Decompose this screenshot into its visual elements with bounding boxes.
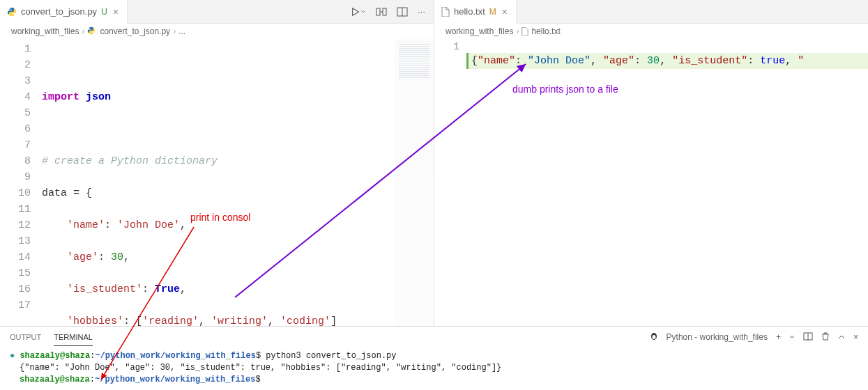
breadcrumb-segment[interactable]: ... bbox=[178, 26, 185, 36]
tab-filename: hello.txt bbox=[454, 6, 485, 17]
left-breadcrumbs[interactable]: working_with_files › convert_to_json.py … bbox=[0, 24, 434, 39]
tab-hello-txt[interactable]: hello.txt M × bbox=[434, 0, 517, 24]
terminal-line: ● shazaaly@shaza:~/python_work/working_w… bbox=[10, 350, 858, 362]
code-content[interactable]: import json # create a Python dictionary… bbox=[42, 39, 434, 326]
left-tabs: convert_to_json.py U × ··· bbox=[0, 0, 434, 24]
tab-terminal[interactable]: TERMINAL bbox=[54, 329, 93, 346]
line-number: 3 bbox=[0, 73, 31, 89]
line-number: 12 bbox=[0, 217, 31, 233]
breadcrumb-segment[interactable]: hello.txt bbox=[531, 26, 560, 36]
terminal-line: shazaaly@shaza:~/python_work/working_wit… bbox=[10, 374, 858, 386]
minimap[interactable] bbox=[395, 39, 434, 326]
code-line[interactable]: # create a Python dictionary bbox=[42, 153, 434, 169]
tab-filename: convert_to_json.py bbox=[21, 6, 97, 17]
code-line[interactable]: 'age': 30, bbox=[42, 249, 434, 265]
breadcrumb-segment[interactable]: working_with_files bbox=[446, 26, 513, 36]
chevron-up-icon[interactable] bbox=[838, 332, 845, 342]
terminal-toolbar: Python - working_with_files + × bbox=[650, 332, 858, 343]
svg-point-0 bbox=[10, 8, 10, 9]
code-editor[interactable]: 1 2 3 4 5 6 7 8 9 10 11 12 13 14 15 16 1… bbox=[0, 39, 434, 326]
line-number: 4 bbox=[0, 89, 31, 105]
right-breadcrumbs[interactable]: working_with_files › hello.txt bbox=[434, 24, 868, 39]
line-number: 5 bbox=[0, 105, 31, 121]
line-number: 17 bbox=[0, 297, 31, 313]
breadcrumb-segment[interactable]: working_with_files bbox=[11, 26, 79, 36]
terminal-profile-label[interactable]: Python - working_with_files bbox=[667, 332, 768, 342]
terminal-body[interactable]: ● shazaaly@shaza:~/python_work/working_w… bbox=[0, 348, 868, 390]
file-icon bbox=[521, 27, 528, 36]
code-line[interactable]: 'hobbies': ['reading', 'writing', 'codin… bbox=[42, 313, 434, 326]
split-terminal-icon[interactable] bbox=[803, 332, 813, 343]
close-icon[interactable]: × bbox=[501, 6, 509, 17]
tab-badge-untracked: U bbox=[101, 7, 107, 17]
line-number: 9 bbox=[0, 169, 31, 185]
code-line[interactable] bbox=[42, 121, 434, 137]
file-icon bbox=[441, 7, 450, 17]
breadcrumb-segment[interactable]: convert_to_json.py bbox=[100, 26, 170, 36]
chevron-right-icon: › bbox=[82, 26, 84, 36]
line-number: 10 bbox=[0, 185, 31, 201]
svg-point-9 bbox=[652, 335, 655, 339]
line-number: 14 bbox=[0, 249, 31, 265]
split-icon[interactable] bbox=[397, 6, 408, 17]
python-icon bbox=[7, 7, 17, 17]
python-icon bbox=[87, 26, 97, 36]
right-editor[interactable]: 1 {"name": "John Doe", "age": 30, "is_st… bbox=[434, 39, 868, 81]
penguin-icon bbox=[650, 332, 658, 343]
editor-actions: ··· bbox=[342, 6, 434, 17]
left-editor-pane: convert_to_json.py U × ··· working_with_… bbox=[0, 0, 434, 326]
svg-rect-2 bbox=[376, 8, 380, 15]
close-icon[interactable]: × bbox=[112, 6, 120, 17]
code-line[interactable]: {"name": "John Doe", "age": 30, "is_stud… bbox=[466, 53, 868, 69]
terminal-tabs: OUTPUT TERMINAL Python - working_with_fi… bbox=[0, 327, 868, 348]
line-number: 6 bbox=[0, 121, 31, 137]
code-line[interactable]: data = { bbox=[42, 185, 434, 201]
terminal-line: {"name": "John Doe", "age": 30, "is_stud… bbox=[10, 362, 858, 374]
chevron-right-icon: › bbox=[173, 26, 176, 36]
annotation-file: dumb prints json to a file bbox=[512, 84, 618, 95]
code-line[interactable]: 'is_student': True, bbox=[42, 281, 434, 297]
right-tabs: hello.txt M × bbox=[434, 0, 868, 24]
line-number: 7 bbox=[0, 137, 31, 153]
line-number: 13 bbox=[0, 233, 31, 249]
code-content[interactable]: {"name": "John Doe", "age": 30, "is_stud… bbox=[466, 41, 868, 81]
tab-convert-to-json[interactable]: convert_to_json.py U × bbox=[0, 0, 128, 24]
line-gutter: 1 2 3 4 5 6 7 8 9 10 11 12 13 14 15 16 1… bbox=[0, 39, 42, 326]
chevron-down-icon[interactable] bbox=[789, 332, 795, 342]
line-number: 8 bbox=[0, 153, 31, 169]
code-line[interactable]: import json bbox=[42, 89, 434, 105]
code-line[interactable] bbox=[42, 57, 434, 73]
annotation-console: print in consol bbox=[190, 212, 250, 223]
diff-icon[interactable] bbox=[376, 6, 387, 17]
run-icon[interactable] bbox=[351, 6, 366, 17]
svg-rect-3 bbox=[383, 8, 386, 15]
svg-point-1 bbox=[13, 14, 14, 15]
right-editor-pane: hello.txt M × working_with_files › hello… bbox=[434, 0, 868, 326]
trash-icon[interactable] bbox=[821, 332, 830, 343]
more-icon[interactable]: ··· bbox=[418, 6, 425, 17]
line-gutter: 1 bbox=[434, 41, 466, 81]
line-number: 1 bbox=[0, 41, 31, 57]
plus-icon[interactable]: + bbox=[776, 332, 781, 342]
line-number: 11 bbox=[0, 201, 31, 217]
line-number: 16 bbox=[0, 281, 31, 297]
chevron-right-icon: › bbox=[516, 26, 519, 36]
line-number: 15 bbox=[0, 265, 31, 281]
tab-badge-modified: M bbox=[489, 7, 496, 17]
line-number: 2 bbox=[0, 57, 31, 73]
terminal-panel: OUTPUT TERMINAL Python - working_with_fi… bbox=[0, 326, 868, 390]
tab-output[interactable]: OUTPUT bbox=[10, 329, 41, 345]
close-icon[interactable]: × bbox=[853, 332, 858, 342]
